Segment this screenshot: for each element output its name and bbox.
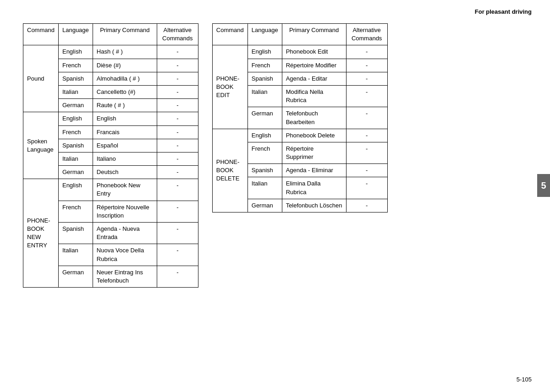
cell-alt: -	[346, 85, 387, 107]
cell-language: Spanish	[248, 72, 282, 85]
table-row: Spoken LanguageEnglishEnglish-	[23, 112, 198, 125]
cell-primary: Dièse (#)	[93, 59, 157, 72]
cell-language: German	[58, 99, 93, 112]
cell-primary: Neuer Eintrag Ins Telefonbuch	[93, 266, 157, 287]
cell-language: English	[58, 179, 93, 201]
cell-primary: Raute ( # )	[93, 99, 157, 112]
cell-language: English	[58, 45, 93, 59]
th-language-2: Language	[248, 24, 282, 45]
cell-alt: -	[157, 99, 198, 112]
cell-alt: -	[157, 72, 198, 85]
cell-primary: Telefonbuch Löschen	[282, 199, 346, 212]
cell-primary: Répertoire Modifier	[282, 59, 346, 72]
cell-primary: Elimina Dalla Rubrica	[282, 177, 346, 199]
cell-alt: -	[157, 85, 198, 98]
table-row: PHONE-BOOK EDITEnglishPhonebook Edit-	[212, 45, 387, 59]
cell-alt: -	[157, 139, 198, 152]
cell-primary: Nuova Voce Della Rubrica	[93, 244, 157, 266]
th-alt-1: AlternativeCommands	[157, 24, 198, 45]
th-alt-2: AlternativeCommands	[346, 24, 387, 45]
cell-language: French	[58, 201, 93, 222]
cell-language: Spanish	[58, 223, 93, 244]
cell-language: English	[248, 45, 282, 59]
cell-primary: Italiano	[93, 152, 157, 165]
cell-language: French	[58, 59, 93, 72]
th-language-1: Language	[58, 24, 93, 45]
cell-command: Spoken Language	[23, 112, 59, 179]
cell-language: French	[58, 125, 93, 139]
cell-primary: Phonebook Edit	[282, 45, 346, 59]
cell-language: Italian	[248, 85, 282, 107]
cell-language: German	[58, 166, 93, 179]
cell-alt: -	[157, 59, 198, 72]
cell-alt: -	[157, 179, 198, 201]
cell-primary: Répertoire Supprimer	[282, 142, 346, 163]
cell-primary: Agenda - Editar	[282, 72, 346, 85]
cell-primary: Agenda - Nueva Entrada	[93, 223, 157, 244]
cell-alt: -	[157, 112, 198, 125]
cell-primary: Modifica Nella Rubrica	[282, 85, 346, 107]
cell-alt: -	[346, 142, 387, 163]
left-table-container: Command Language Primary Command Alterna…	[23, 23, 198, 288]
th-command-1: Command	[23, 24, 59, 45]
cell-alt: -	[346, 164, 387, 177]
cell-primary: English	[93, 112, 157, 125]
cell-alt: -	[157, 244, 198, 266]
cell-language: English	[248, 129, 282, 142]
table-left: Command Language Primary Command Alterna…	[23, 23, 198, 288]
cell-language: Spanish	[248, 164, 282, 177]
cell-primary: Telefonbuch Bearbeiten	[282, 107, 346, 129]
th-primary-1: Primary Command	[93, 24, 157, 45]
cell-language: Italian	[58, 152, 93, 165]
cell-alt: -	[346, 129, 387, 142]
cell-primary: Cancelletto (#)	[93, 85, 157, 98]
th-primary-2: Primary Command	[282, 24, 346, 45]
table-row: PHONE-BOOK DELETEEnglishPhonebook Delete…	[212, 129, 387, 142]
cell-language: Spanish	[58, 72, 93, 85]
cell-language: German	[248, 107, 282, 129]
cell-alt: -	[157, 201, 198, 222]
chapter-number: 5	[541, 180, 546, 191]
cell-alt: -	[346, 45, 387, 59]
cell-language: French	[248, 142, 282, 163]
cell-primary: Agenda - Eliminar	[282, 164, 346, 177]
cell-primary: Deutsch	[93, 166, 157, 179]
content-area: Command Language Primary Command Alterna…	[0, 19, 550, 292]
cell-alt: -	[157, 166, 198, 179]
cell-command: PHONE-BOOK EDIT	[212, 45, 248, 129]
page-tagline: For pleasant driving	[0, 0, 550, 19]
th-command-2: Command	[212, 24, 248, 45]
cell-language: Italian	[58, 244, 93, 266]
cell-language: Spanish	[58, 139, 93, 152]
cell-alt: -	[346, 177, 387, 199]
cell-primary: Phonebook Delete	[282, 129, 346, 142]
cell-alt: -	[157, 125, 198, 139]
cell-primary: Hash ( # )	[93, 45, 157, 59]
cell-language: Italian	[248, 177, 282, 199]
page-number: 5-105	[517, 376, 532, 383]
cell-language: German	[58, 266, 93, 287]
table-right: Command Language Primary Command Alterna…	[212, 23, 388, 212]
cell-alt: -	[157, 223, 198, 244]
cell-language: French	[248, 59, 282, 72]
cell-primary: Phonebook New Entry	[93, 179, 157, 201]
cell-command: Pound	[23, 45, 59, 112]
chapter-sidebar: 5	[537, 174, 550, 197]
cell-primary: Répertoire Nouvelle Inscription	[93, 201, 157, 222]
table-row: PHONE-BOOK NEW ENTRYEnglishPhonebook New…	[23, 179, 198, 201]
cell-alt: -	[157, 266, 198, 287]
cell-primary: Español	[93, 139, 157, 152]
table-row: PoundEnglishHash ( # )-	[23, 45, 198, 59]
cell-alt: -	[346, 72, 387, 85]
cell-language: English	[58, 112, 93, 125]
cell-alt: -	[157, 45, 198, 59]
cell-primary: Francais	[93, 125, 157, 139]
cell-command: PHONE-BOOK NEW ENTRY	[23, 179, 59, 288]
cell-alt: -	[346, 107, 387, 129]
right-table-container: Command Language Primary Command Alterna…	[212, 23, 388, 288]
cell-alt: -	[157, 152, 198, 165]
cell-alt: -	[346, 199, 387, 212]
cell-command: PHONE-BOOK DELETE	[212, 129, 248, 212]
cell-primary: Almohadilla ( # )	[93, 72, 157, 85]
cell-alt: -	[346, 59, 387, 72]
